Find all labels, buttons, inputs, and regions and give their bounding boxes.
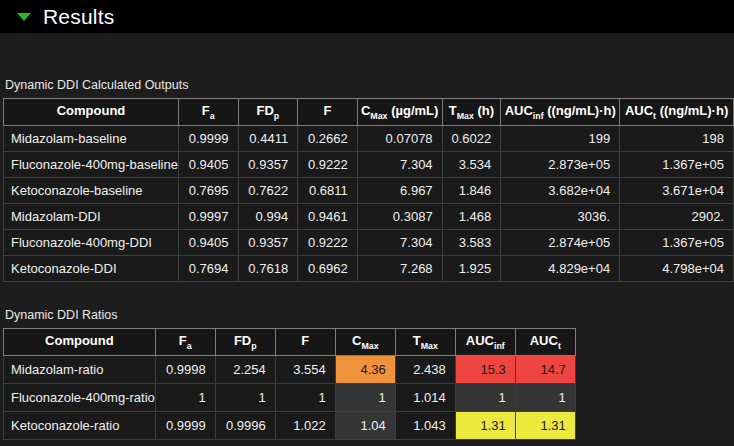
col-header-tmax: TMax <box>395 329 455 356</box>
section-label-calculated-outputs: Dynamic DDI Calculated Outputs <box>5 78 734 92</box>
cell-value: 0.9357 <box>238 230 298 256</box>
table-row: Midazolam-DDI 0.9997 0.994 0.9461 0.3087… <box>4 204 734 230</box>
col-header-f: F <box>275 329 335 356</box>
cell-value: 0.9222 <box>298 152 358 178</box>
cell-value: 0.9222 <box>298 230 358 256</box>
cell-value: 7.304 <box>357 230 442 256</box>
cell-compound: Ketoconazole-baseline <box>4 178 179 204</box>
cell-value: 0.9997 <box>178 204 238 230</box>
table-row: Ketoconazole-DDI 0.7694 0.7618 0.6962 7.… <box>4 256 734 282</box>
cell-compound: Fluconazole-400mg-ratio <box>4 384 156 412</box>
cell-value: 1.925 <box>442 256 501 282</box>
cell-value-highlight-gray: 1 <box>515 384 575 412</box>
cell-value: 0.6962 <box>298 256 358 282</box>
cell-value: 0.7618 <box>238 256 298 282</box>
cell-value: 1.367e+05 <box>620 230 734 256</box>
cell-value-highlight-red: 15.3 <box>455 356 515 384</box>
ratios-table: Compound Fa FDp F CMax TMax AUCinf AUCt … <box>3 328 576 440</box>
results-section-header[interactable]: Results <box>0 0 734 33</box>
col-header-auct: AUCt ((ng/mL)·h) <box>620 99 734 126</box>
cell-value-highlight-yellow: 1.31 <box>515 412 575 440</box>
cell-value-highlight-yellow: 1.31 <box>455 412 515 440</box>
cell-value: 0.9999 <box>178 126 238 152</box>
col-header-fdp: FDp <box>238 99 298 126</box>
cell-value: 4.829e+04 <box>501 256 620 282</box>
cell-value: 0.4411 <box>238 126 298 152</box>
cell-value: 1.014 <box>395 384 455 412</box>
cell-value: 0.6022 <box>442 126 501 152</box>
col-header-fa: Fa <box>155 329 215 356</box>
cell-value: 7.304 <box>357 152 442 178</box>
cell-value: 0.07078 <box>357 126 442 152</box>
cell-value: 0.9357 <box>238 152 298 178</box>
cell-compound: Midazolam-baseline <box>4 126 179 152</box>
cell-value: 2.874e+05 <box>501 230 620 256</box>
table-row: Fluconazole-400mg-baseline 0.9405 0.9357… <box>4 152 734 178</box>
cell-value: 3.583 <box>442 230 501 256</box>
col-header-compound: Compound <box>4 329 156 356</box>
table-row: Fluconazole-400mg-ratio 1 1 1 1 1.014 1 … <box>4 384 576 412</box>
col-header-f: F <box>298 99 358 126</box>
cell-compound: Midazolam-ratio <box>4 356 156 384</box>
cell-value: 0.3087 <box>357 204 442 230</box>
cell-value: 3036. <box>501 204 620 230</box>
cell-value: 2.438 <box>395 356 455 384</box>
cell-compound: Fluconazole-400mg-DDI <box>4 230 179 256</box>
cell-value: 1.022 <box>275 412 335 440</box>
cell-value: 0.9405 <box>178 152 238 178</box>
cell-value: 2.254 <box>215 356 275 384</box>
table-row: Midazolam-baseline 0.9999 0.4411 0.2662 … <box>4 126 734 152</box>
cell-value: 0.9461 <box>298 204 358 230</box>
col-header-aucinf: AUCinf <box>455 329 515 356</box>
cell-value: 0.2662 <box>298 126 358 152</box>
cell-compound: Midazolam-DDI <box>4 204 179 230</box>
cell-value: 1 <box>275 384 335 412</box>
cell-value: 3.534 <box>442 152 501 178</box>
col-header-cmax: CMax <box>335 329 395 356</box>
table-header-row: Compound Fa FDp F CMax (µg/mL) TMax (h) … <box>4 99 734 126</box>
cell-compound: Fluconazole-400mg-baseline <box>4 152 179 178</box>
col-header-tmax: TMax (h) <box>442 99 501 126</box>
cell-value: 0.7622 <box>238 178 298 204</box>
col-header-compound: Compound <box>4 99 179 126</box>
results-panel: Dynamic DDI Calculated Outputs Compound … <box>0 78 734 440</box>
cell-value: 6.967 <box>357 178 442 204</box>
cell-compound: Ketoconazole-DDI <box>4 256 179 282</box>
cell-value: 1.846 <box>442 178 501 204</box>
cell-value: 2.873e+05 <box>501 152 620 178</box>
cell-value: 198 <box>620 126 734 152</box>
cell-value-highlight-gray: 1 <box>455 384 515 412</box>
cell-value: 1 <box>215 384 275 412</box>
cell-value: 7.268 <box>357 256 442 282</box>
table-row: Ketoconazole-ratio 0.9999 0.9996 1.022 1… <box>4 412 576 440</box>
page-title: Results <box>43 5 114 29</box>
table-row: Midazolam-ratio 0.9998 2.254 3.554 4.36 … <box>4 356 576 384</box>
cell-value: 0.9998 <box>155 356 215 384</box>
col-header-fdp: FDp <box>215 329 275 356</box>
cell-value: 0.7694 <box>178 256 238 282</box>
cell-value-highlight-red: 14.7 <box>515 356 575 384</box>
cell-value: 0.9999 <box>155 412 215 440</box>
cell-value: 1 <box>155 384 215 412</box>
cell-value: 0.7695 <box>178 178 238 204</box>
cell-value: 0.9405 <box>178 230 238 256</box>
col-header-fa: Fa <box>178 99 238 126</box>
cell-value: 3.671e+04 <box>620 178 734 204</box>
col-header-cmax: CMax (µg/mL) <box>357 99 442 126</box>
cell-value: 1.468 <box>442 204 501 230</box>
cell-value: 199 <box>501 126 620 152</box>
cell-value: 0.6811 <box>298 178 358 204</box>
cell-value: 1.367e+05 <box>620 152 734 178</box>
collapse-triangle-icon[interactable] <box>17 13 31 21</box>
cell-value: 3.682e+04 <box>501 178 620 204</box>
cell-value: 4.798e+04 <box>620 256 734 282</box>
cell-value: 2902. <box>620 204 734 230</box>
cell-value: 0.994 <box>238 204 298 230</box>
table-row: Ketoconazole-baseline 0.7695 0.7622 0.68… <box>4 178 734 204</box>
col-header-aucinf: AUCinf ((ng/mL)·h) <box>501 99 620 126</box>
cell-value: 3.554 <box>275 356 335 384</box>
cell-value-highlight-gray: 1.04 <box>335 412 395 440</box>
cell-compound: Ketoconazole-ratio <box>4 412 156 440</box>
cell-value: 0.9996 <box>215 412 275 440</box>
section-label-ratios: Dynamic DDI Ratios <box>5 308 734 322</box>
